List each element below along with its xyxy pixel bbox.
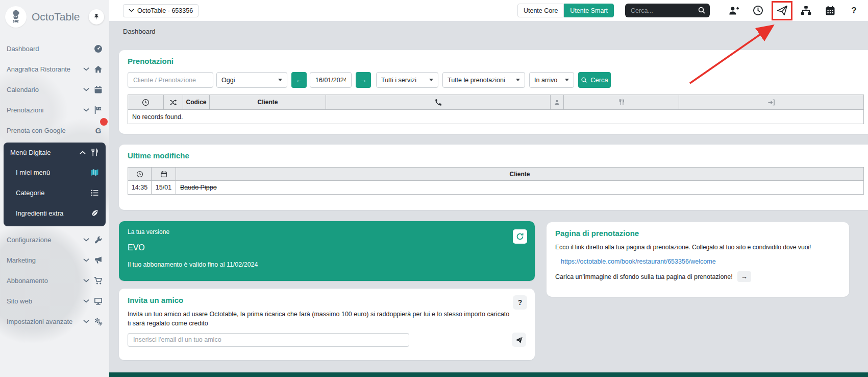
sidebar-item-ingredienti-extra[interactable]: Ingredienti extra bbox=[4, 203, 106, 223]
invita-title: Invita un amico bbox=[128, 296, 526, 304]
col-arrival[interactable] bbox=[679, 95, 863, 109]
utensils-icon bbox=[618, 99, 625, 106]
sidebar-item-i-miei-menu[interactable]: I miei menù bbox=[4, 162, 106, 182]
status-select[interactable]: In arrivo bbox=[529, 72, 574, 88]
col-shuffle[interactable] bbox=[164, 95, 183, 109]
wrench-icon bbox=[94, 235, 103, 244]
type-select[interactable]: Tutte le prenotazioni bbox=[442, 72, 525, 88]
ultime-modifiche-card: Ultime modifiche Cliente 14:35 15/01 Bau… bbox=[119, 145, 868, 210]
monitor-icon bbox=[94, 297, 103, 305]
sidebar-item-sito-web[interactable]: Sito web bbox=[0, 291, 109, 311]
chevron-down-icon bbox=[83, 279, 89, 282]
col-codice[interactable]: Codice bbox=[183, 95, 210, 109]
google-icon: G bbox=[94, 126, 103, 135]
cart-icon bbox=[94, 276, 103, 285]
utente-smart-button[interactable]: Utente Smart bbox=[564, 4, 614, 17]
date-input[interactable] bbox=[310, 72, 352, 88]
pagina-prenotazione-card: Pagina di prenotazione Ecco il link dire… bbox=[547, 222, 849, 297]
chevron-down-icon bbox=[83, 258, 89, 262]
sidebar-item-prenota-con-google[interactable]: Prenota con Google G bbox=[0, 120, 109, 140]
service-select[interactable]: Tutti i servizi bbox=[376, 72, 438, 88]
calendar-tool-button[interactable] bbox=[822, 2, 838, 19]
prenotazioni-table-header: Codice Cliente bbox=[128, 95, 864, 110]
search-icon bbox=[581, 77, 587, 83]
prev-day-button[interactable]: ← bbox=[291, 72, 307, 88]
send-campaign-button[interactable] bbox=[774, 2, 790, 19]
question-icon: ? bbox=[851, 6, 856, 16]
send-invite-button[interactable] bbox=[512, 333, 526, 347]
global-search bbox=[625, 4, 710, 17]
versione-validity: Il tuo abbonamento è valido fino al 11/0… bbox=[128, 261, 526, 268]
next-day-button[interactable]: → bbox=[356, 72, 371, 88]
pagina-cta-text: Carica un'immagine di sfondo sulla tua p… bbox=[555, 273, 733, 280]
pagina-body-text: Ecco il link diretto alla tua pagina di … bbox=[555, 244, 840, 251]
prenotazioni-empty-row: No records found. bbox=[128, 110, 864, 124]
col-cliente[interactable]: Cliente bbox=[176, 168, 863, 180]
col-phone[interactable] bbox=[326, 95, 551, 109]
pagina-title: Pagina di prenotazione bbox=[555, 229, 840, 238]
sitemap-button[interactable] bbox=[798, 2, 814, 19]
breadcrumb[interactable]: Dashboard bbox=[123, 28, 156, 35]
sidebar-logo-row: OctoTable bbox=[5, 5, 104, 29]
sidebar-item-abbonamento[interactable]: Abbonamento bbox=[0, 270, 109, 291]
upload-background-button[interactable]: → bbox=[737, 271, 751, 282]
row-date: 15/01 bbox=[152, 181, 176, 194]
add-user-button[interactable] bbox=[726, 2, 742, 19]
prenotazioni-title: Prenotazioni bbox=[128, 57, 864, 65]
caret-down-icon bbox=[516, 79, 520, 81]
col-time[interactable] bbox=[128, 95, 164, 109]
sidebar-item-marketing[interactable]: Marketing bbox=[0, 250, 109, 270]
shuffle-icon bbox=[169, 99, 177, 106]
dashboard-gauge-icon bbox=[94, 44, 103, 53]
topbar: OctoTable - 653356 Utente Core Utente Sm… bbox=[109, 0, 868, 21]
cerca-button[interactable]: Cerca bbox=[578, 72, 611, 88]
chevron-down-icon bbox=[83, 67, 89, 71]
utente-core-button[interactable]: Utente Core bbox=[517, 4, 564, 17]
col-cliente[interactable]: Cliente bbox=[210, 95, 326, 109]
notification-badge bbox=[100, 118, 108, 126]
col-date[interactable] bbox=[152, 168, 176, 180]
chevron-up-icon bbox=[80, 151, 86, 154]
booking-page-link[interactable]: https://octotable.com/book/restaurant/65… bbox=[555, 258, 716, 265]
sidebar-item-prenotazioni[interactable]: Prenotazioni bbox=[0, 100, 109, 120]
invita-body-text: Invita un tuo amico ad usare Octotable, … bbox=[128, 310, 510, 328]
sitemap-icon bbox=[801, 6, 811, 15]
sidebar-item-label: Prenotazioni bbox=[7, 106, 83, 114]
invita-help-button[interactable]: ? bbox=[513, 295, 527, 310]
user-plus-icon bbox=[729, 6, 739, 15]
cliente-filter-input[interactable] bbox=[128, 72, 213, 88]
pushpin-icon bbox=[93, 13, 100, 20]
sidebar-item-label: Configurazione bbox=[7, 236, 83, 244]
col-person[interactable] bbox=[551, 95, 564, 109]
pin-sidebar-button[interactable] bbox=[89, 9, 104, 25]
calendar-icon bbox=[160, 171, 167, 178]
table-row[interactable]: 14:35 15/01 Baudo Pippo bbox=[128, 181, 864, 195]
search-icon[interactable] bbox=[698, 6, 706, 14]
refresh-button[interactable] bbox=[513, 229, 527, 244]
sidebar-item-impostazioni-avanzate[interactable]: Impostazioni avanzate bbox=[0, 311, 109, 332]
phone-icon bbox=[435, 99, 442, 106]
row-cliente: Baudo Pippo bbox=[180, 184, 217, 191]
col-service[interactable] bbox=[564, 95, 679, 109]
sidebar-item-configurazione[interactable]: Configurazione bbox=[0, 229, 109, 250]
period-select[interactable]: Oggi bbox=[216, 72, 287, 88]
caret-down-icon bbox=[565, 79, 569, 81]
friend-email-input[interactable] bbox=[128, 333, 409, 347]
chevron-down-icon bbox=[129, 9, 134, 12]
help-button[interactable]: ? bbox=[846, 2, 862, 19]
sidebar-item-categorie[interactable]: Categorie bbox=[4, 182, 106, 203]
calendar-icon bbox=[94, 85, 103, 94]
chevron-down-icon bbox=[83, 320, 89, 323]
sidebar-item-menu-digitale[interactable]: Menù Digitale bbox=[4, 143, 106, 162]
sidebar-item-calendario[interactable]: Calendario bbox=[0, 79, 109, 100]
cerca-button-label: Cerca bbox=[590, 76, 608, 84]
row-time: 14:35 bbox=[128, 181, 152, 194]
sidebar-item-anagrafica-ristorante[interactable]: Anagrafica Ristorante bbox=[0, 59, 109, 79]
col-time[interactable] bbox=[128, 168, 152, 180]
sidebar-nav: Dashboard Anagrafica Ristorante Calendar… bbox=[0, 38, 109, 332]
sidebar-item-dashboard[interactable]: Dashboard bbox=[0, 38, 109, 59]
history-button[interactable] bbox=[750, 2, 766, 19]
restaurant-selector[interactable]: OctoTable - 653356 bbox=[123, 4, 199, 17]
ultime-table-header: Cliente bbox=[128, 167, 864, 181]
ultime-modifiche-title: Ultime modifiche bbox=[128, 151, 864, 160]
